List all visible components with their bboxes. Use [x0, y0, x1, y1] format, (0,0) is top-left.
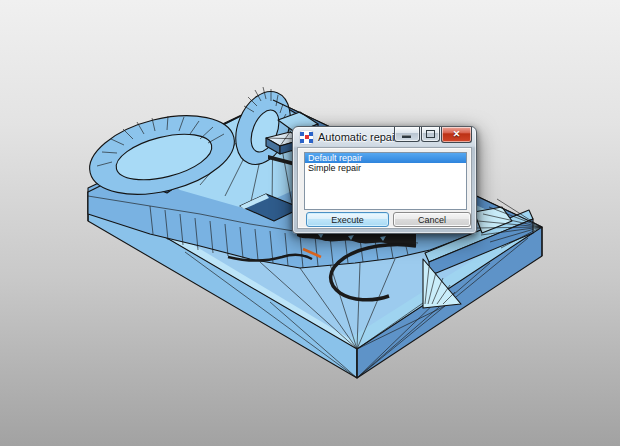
maximize-icon — [426, 130, 435, 138]
close-button[interactable]: ✕ — [441, 127, 472, 143]
list-item-simple-repair[interactable]: Simple repair — [305, 163, 466, 173]
maximize-button[interactable] — [421, 127, 440, 142]
cancel-button[interactable]: Cancel — [393, 212, 471, 227]
execute-button[interactable]: Execute — [306, 212, 389, 227]
automatic-repair-dialog: Automatic repair ✕ Default repair Simple… — [292, 126, 477, 234]
close-icon: ✕ — [453, 129, 461, 139]
repair-mode-list[interactable]: Default repair Simple repair — [304, 152, 467, 210]
minimize-icon — [402, 135, 411, 138]
app-icon — [300, 131, 313, 144]
dialog-title: Automatic repair — [318, 131, 398, 143]
dialog-client-area: Default repair Simple repair Execute Can… — [297, 147, 472, 229]
minimize-button[interactable] — [394, 127, 420, 142]
dialog-titlebar[interactable]: Automatic repair ✕ — [293, 127, 476, 147]
viewport-3d[interactable]: Automatic repair ✕ Default repair Simple… — [0, 0, 620, 446]
list-item-default-repair[interactable]: Default repair — [305, 153, 466, 163]
